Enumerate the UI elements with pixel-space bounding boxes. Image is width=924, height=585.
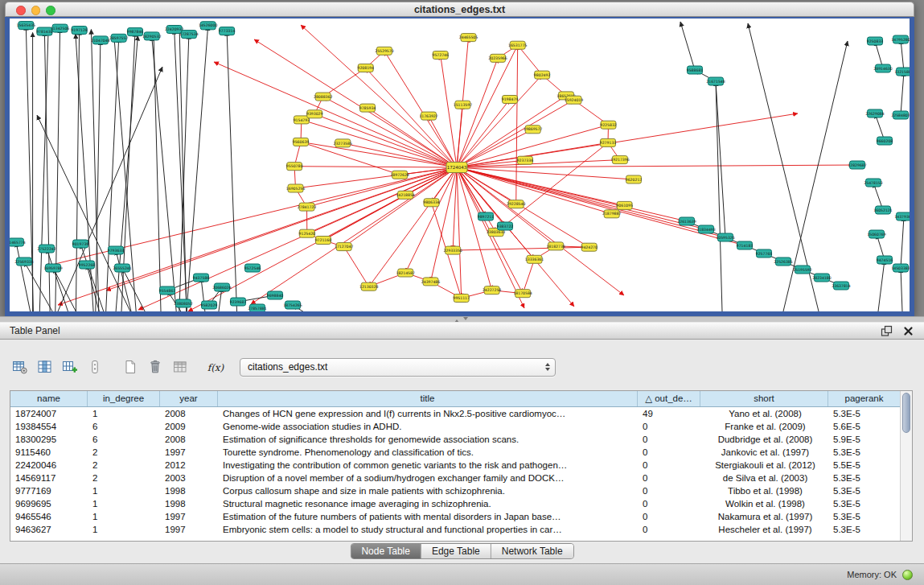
svg-text:22526385: 22526385 [774, 260, 792, 264]
vertical-scrollbar[interactable] [900, 391, 912, 541]
table-cell: 1997 [160, 447, 218, 457]
table-cell: Tourette syndrome. Phenomenology and cla… [218, 447, 638, 457]
network-canvas-frame: 1724043957274624465505202359661653177598… [5, 17, 914, 316]
row-height-icon[interactable] [84, 357, 105, 377]
table-cell: Disruption of a novel member of a sodium… [218, 473, 638, 483]
table-cell: 14569117 [10, 473, 88, 483]
delete-table-icon[interactable] [145, 357, 166, 377]
table-cell: 5.3E-5 [828, 473, 900, 483]
svg-text:21047048: 21047048 [91, 39, 109, 43]
window-title: citations_edges.txt [6, 2, 914, 17]
table-row[interactable]: 946554611997Estimation of the future num… [10, 510, 900, 523]
svg-text:25529570: 25529570 [375, 49, 393, 53]
table-cell: 5.3E-5 [828, 512, 900, 521]
table-mode-icon[interactable] [10, 357, 31, 377]
column-header-pagerank[interactable]: pagerank [828, 391, 900, 406]
new-column-icon[interactable] [60, 357, 80, 377]
table-cell: 0 [638, 447, 700, 457]
network-table-selector[interactable]: citations_edges.txt [240, 358, 556, 377]
table-row[interactable]: 1456911722003Disruption of a novel membe… [10, 472, 900, 484]
table-cell: 1 [88, 499, 160, 509]
table-row[interactable]: 911546021997Tourette syndrome. Phenomeno… [10, 446, 900, 459]
table-cell: 9465546 [10, 512, 88, 521]
table-row[interactable]: 969969511998Structural magnetic resonanc… [10, 497, 900, 510]
close-panel-icon[interactable] [901, 324, 914, 337]
svg-text:11342506: 11342506 [51, 27, 69, 31]
svg-text:29228540: 29228540 [507, 202, 525, 206]
svg-text:9582029: 9582029 [201, 303, 218, 307]
table-cell: 5.6E-5 [828, 422, 900, 431]
svg-text:9806334: 9806334 [423, 200, 440, 204]
svg-text:9572746: 9572746 [432, 53, 449, 57]
table-cell: Corpus callosum shape and size in male p… [218, 486, 638, 496]
table-cell: 2012 [160, 460, 218, 470]
new-table-icon[interactable] [120, 357, 141, 377]
minimize-button[interactable] [31, 6, 41, 15]
svg-text:1724043: 1724043 [447, 165, 467, 170]
table-toolbar-icons: f(x) [10, 357, 226, 377]
svg-text:24465505: 24465505 [459, 35, 478, 39]
network-graph-canvas[interactable]: 1724043957274624465505202359661653177598… [10, 19, 910, 311]
svg-text:18754265: 18754265 [283, 303, 302, 307]
svg-text:9474516: 9474516 [877, 258, 893, 262]
close-button[interactable] [16, 6, 26, 15]
tab-network-table[interactable]: Network Table [491, 544, 573, 558]
table-cell: 0 [638, 422, 700, 431]
table-cell: 5.9E-5 [828, 435, 900, 444]
svg-text:28914630: 28914630 [873, 67, 892, 71]
svg-text:9250833: 9250833 [867, 39, 884, 43]
table-cell: 5.3E-5 [828, 409, 900, 418]
svg-text:9424270: 9424270 [581, 245, 598, 249]
table-cell: Wolkin et al. (1998) [700, 499, 828, 509]
table-toolbar: f(x) citations_edges.txt [10, 356, 556, 378]
svg-text:9383722: 9383722 [497, 225, 514, 229]
table-row[interactable]: 946362711997Embryonic stem cells: a mode… [10, 523, 900, 536]
window-titlebar[interactable]: citations_edges.txt [5, 2, 914, 17]
table-cell: 9463627 [10, 525, 88, 534]
float-panel-icon[interactable] [880, 324, 893, 337]
svg-text:27522242: 27522242 [37, 247, 55, 251]
import-table-icon[interactable] [170, 357, 191, 377]
pane-splitter[interactable] [0, 316, 924, 322]
table-panel-header: Table Panel [0, 322, 924, 340]
table-row[interactable]: 1938455462009Genome-wide association stu… [10, 420, 900, 433]
svg-text:23803633: 23803633 [487, 230, 505, 234]
column-header-title[interactable]: title [218, 391, 638, 406]
table-cell: 2008 [160, 435, 218, 444]
svg-text:12130328: 12130328 [359, 285, 378, 289]
table-row[interactable]: 1872400712008Changes of HCN gene express… [10, 407, 900, 420]
svg-text:15060769: 15060769 [867, 233, 885, 237]
show-columns-icon[interactable] [35, 357, 55, 377]
tab-node-table[interactable]: Node Table [351, 544, 421, 558]
svg-text:14526000: 14526000 [199, 23, 217, 27]
svg-text:23637814: 23637814 [832, 284, 850, 288]
table-row[interactable]: 977716911998Corpus callosum shape and si… [10, 484, 900, 497]
svg-text:20235966: 20235966 [488, 56, 507, 60]
table-cell: 1 [88, 409, 160, 418]
column-header-short[interactable]: short [700, 391, 828, 406]
svg-text:9061095: 9061095 [616, 204, 633, 208]
function-builder-icon[interactable]: f(x) [205, 357, 226, 377]
table-cell: 5.3E-5 [828, 486, 900, 496]
svg-text:13215882: 13215882 [894, 70, 910, 74]
svg-text:9773314: 9773314 [219, 29, 236, 33]
table-cell: 5.3E-5 [828, 525, 900, 534]
column-header-in_degree[interactable]: in_degree [88, 391, 160, 406]
svg-text:9225832: 9225832 [600, 123, 617, 127]
table-row[interactable]: 2242004622012Investigating the contribut… [10, 459, 900, 472]
table-cell: Embryonic stem cells: a model to study s… [218, 525, 638, 534]
table-row[interactable]: 1830029562008Estimation of significance … [10, 433, 900, 446]
column-header-year[interactable]: year [160, 391, 218, 406]
table-cell: 0 [638, 499, 700, 509]
table-cell: 5.5E-5 [828, 460, 900, 470]
window-controls [16, 6, 55, 15]
svg-text:11834493: 11834493 [696, 228, 715, 232]
svg-text:19869577: 19869577 [524, 127, 542, 131]
zoom-button[interactable] [46, 6, 55, 15]
column-header-out_degree[interactable]: △ out_de… [638, 391, 700, 406]
column-header-name[interactable]: name [10, 391, 88, 406]
svg-text:9620217: 9620217 [626, 178, 643, 182]
svg-text:9393029: 9393029 [306, 112, 323, 116]
scrollbar-thumb[interactable] [902, 393, 910, 433]
tab-edge-table[interactable]: Edge Table [421, 544, 491, 558]
